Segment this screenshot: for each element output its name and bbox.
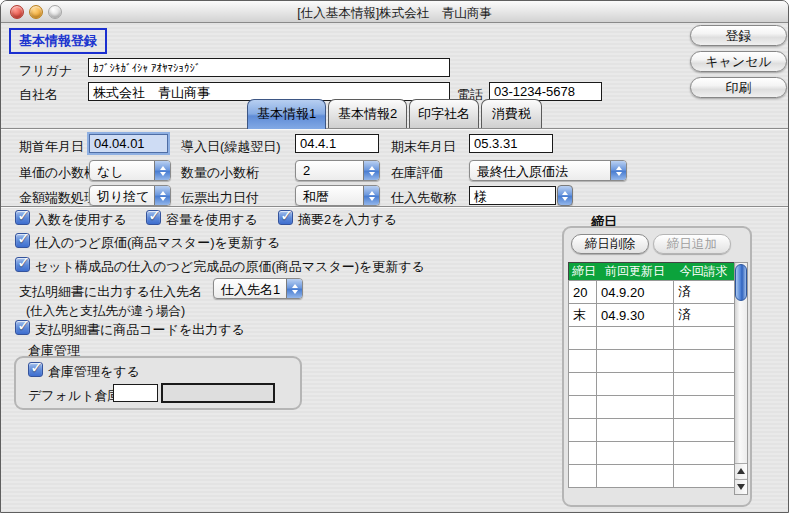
rounding-label: 金額端数処理 [19, 189, 97, 207]
checkbox-summary2[interactable] [278, 210, 293, 225]
rounding-popup[interactable]: 切り捨て [89, 185, 171, 206]
register-button[interactable]: 登録 [690, 25, 787, 46]
popup-stepper-icon [286, 279, 302, 298]
closing-table-cell[interactable] [569, 465, 597, 488]
closing-table-cell[interactable] [597, 350, 674, 373]
closing-table-row[interactable]: 2004.9.20済 [569, 281, 735, 304]
cancel-button[interactable]: キャンセル [690, 51, 787, 72]
checkbox-pay-code-label: 支払明細書に商品コードを出力する [35, 321, 245, 339]
closing-table: 締日 前回更新日 今回請求 2004.9.20済末04.9.30済 [568, 262, 735, 488]
closing-table-scrollbar[interactable] [734, 262, 748, 495]
closing-col-date: 締日 [569, 263, 597, 281]
checkbox-pay-code[interactable] [15, 320, 30, 335]
qty-decimal-popup[interactable]: 2 [295, 160, 380, 181]
fiscal-end-label: 期末年月日 [391, 138, 456, 156]
checkbox-summary2-label: 摘要2を入力する [298, 211, 397, 229]
closing-table-cell[interactable]: 04.9.20 [597, 281, 674, 304]
closing-table-row[interactable]: 末04.9.30済 [569, 304, 735, 327]
checkbox-warehouse-manage-label: 倉庫管理をする [48, 363, 140, 381]
closing-table-cell[interactable] [674, 327, 735, 350]
closing-add-button[interactable]: 締日追加 [653, 234, 731, 254]
checkbox-update-cost[interactable] [15, 233, 30, 248]
tab-basic1[interactable]: 基本情報1 [247, 99, 326, 129]
checkbox-pack-qty[interactable] [15, 210, 30, 225]
honorific-stepper[interactable] [557, 185, 573, 206]
closing-table-row[interactable] [569, 373, 735, 396]
tab-print-name[interactable]: 印字社名 [409, 99, 479, 128]
section-divider [1, 206, 789, 208]
closing-table-row[interactable] [569, 396, 735, 419]
page-title: 基本情報登録 [9, 28, 107, 54]
furigana-input[interactable]: ｶﾌﾞｼｷｶﾞｲｼｬ ｱｵﾔﾏｼｮｳｼﾞ [88, 58, 450, 77]
closing-table-cell[interactable]: 済 [674, 304, 735, 327]
valuation-popup[interactable]: 最終仕入原価法 [469, 160, 627, 181]
checkbox-pack-qty-label: 入数を使用する [35, 211, 127, 229]
tab-basic2[interactable]: 基本情報2 [328, 99, 407, 128]
fiscal-end-input[interactable]: 05.3.31 [469, 134, 553, 153]
unit-decimal-label: 単価の小数桁 [19, 164, 97, 182]
popup-stepper-icon [154, 186, 170, 205]
popup-stepper-icon [363, 161, 379, 180]
payment-supplier-label: 支払明細書に出力する仕入先名 [19, 283, 202, 301]
closing-table-cell[interactable]: 20 [569, 281, 597, 304]
closing-table-cell[interactable] [674, 350, 735, 373]
closing-table-cell[interactable] [674, 373, 735, 396]
titlebar: [仕入基本情報]株式会社 青山商事 [1, 1, 788, 23]
closing-table-cell[interactable] [569, 396, 597, 419]
tab-consumption-tax[interactable]: 消費税 [481, 99, 542, 128]
closing-table-cell[interactable] [597, 373, 674, 396]
slip-date-popup[interactable]: 和暦 [295, 185, 380, 206]
closing-table-row[interactable] [569, 465, 735, 488]
checkbox-capacity[interactable] [146, 210, 161, 225]
closing-table-cell[interactable] [674, 419, 735, 442]
intro-date-input[interactable]: 04.4.1 [295, 134, 379, 153]
checkbox-update-cost-label: 仕入のつど原価(商品マスター)を更新する [35, 234, 280, 252]
closing-table-cell[interactable] [597, 419, 674, 442]
closing-table-row[interactable] [569, 327, 735, 350]
closing-table-row[interactable] [569, 442, 735, 465]
popup-stepper-icon [363, 186, 379, 205]
print-button[interactable]: 印刷 [690, 77, 787, 98]
unit-decimal-popup[interactable]: なし [89, 160, 171, 181]
closing-table-cell[interactable] [569, 350, 597, 373]
default-warehouse-label: デフォルト倉庫 [28, 387, 121, 405]
scrollbar-thumb[interactable] [735, 264, 747, 301]
closing-table-cell[interactable] [569, 373, 597, 396]
valuation-label: 在庫評価 [391, 164, 443, 182]
fiscal-start-input[interactable]: 04.04.01 [89, 134, 168, 153]
furigana-label: フリガナ [19, 62, 72, 80]
checkbox-update-set[interactable] [15, 257, 30, 272]
closing-table-cell[interactable] [597, 396, 674, 419]
popup-stepper-icon [610, 161, 626, 180]
closing-table-cell[interactable] [674, 442, 735, 465]
slip-date-label: 伝票出力日付 [181, 189, 259, 207]
closing-table-cell[interactable] [597, 442, 674, 465]
company-name-label: 自社名 [19, 86, 58, 104]
closing-table-header-row: 締日 前回更新日 今回請求 [569, 263, 735, 281]
closing-table-cell[interactable]: 済 [674, 281, 735, 304]
closing-table-row[interactable] [569, 419, 735, 442]
honorific-label: 仕入先敬称 [391, 189, 456, 207]
closing-table-cell[interactable]: 04.9.30 [597, 304, 674, 327]
checkbox-warehouse-manage[interactable] [28, 362, 43, 377]
closing-table-cell[interactable] [569, 442, 597, 465]
closing-table-cell[interactable] [597, 327, 674, 350]
default-warehouse-name-input[interactable] [161, 383, 275, 403]
payment-supplier-popup[interactable]: 仕入先名1 [213, 278, 303, 299]
closing-table-cell[interactable] [569, 419, 597, 442]
closing-delete-button[interactable]: 締日削除 [571, 234, 649, 254]
closing-table-row[interactable] [569, 350, 735, 373]
closing-table-cell[interactable]: 末 [569, 304, 597, 327]
scroll-down-icon[interactable] [735, 479, 747, 494]
closing-table-cell[interactable] [674, 465, 735, 488]
window-title: [仕入基本情報]株式会社 青山商事 [1, 5, 788, 22]
closing-table-body: 2004.9.20済末04.9.30済 [569, 281, 735, 488]
checkbox-capacity-label: 容量を使用する [166, 211, 258, 229]
closing-table-cell[interactable] [569, 327, 597, 350]
scroll-up-icon[interactable] [735, 463, 747, 478]
honorific-input[interactable]: 様 [469, 186, 556, 205]
default-warehouse-code-input[interactable] [113, 384, 158, 402]
closing-table-cell[interactable] [597, 465, 674, 488]
closing-table-cell[interactable] [674, 396, 735, 419]
closing-col-billed: 今回請求 [674, 263, 735, 281]
